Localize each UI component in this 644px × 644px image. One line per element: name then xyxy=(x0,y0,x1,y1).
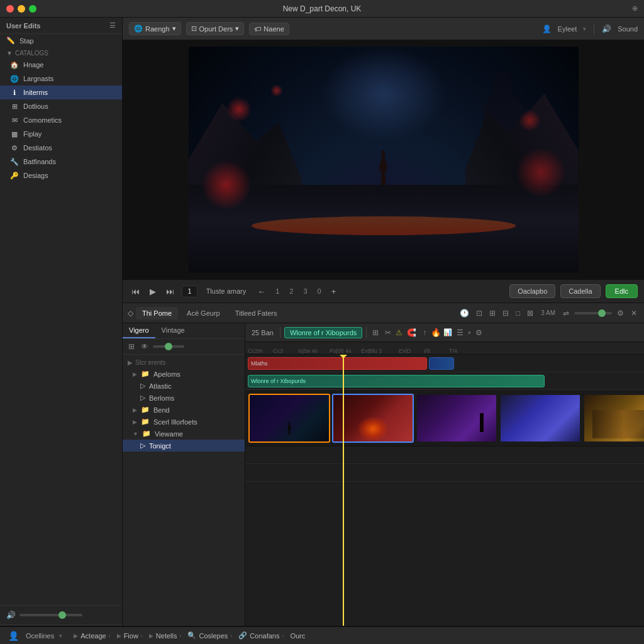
tl-menu-icon[interactable]: ☰ xyxy=(455,327,465,338)
name-button[interactable]: 🏷 Naene xyxy=(249,23,289,35)
panel-item-atlastic[interactable]: ▷ Atlastic xyxy=(123,380,245,392)
track-row-1: Mlaths xyxy=(245,355,644,372)
bs-item-fiow[interactable]: ▶ Fiow › xyxy=(117,632,143,640)
close2-icon[interactable]: ✕ xyxy=(629,308,639,319)
minimize-btn[interactable] xyxy=(18,5,25,13)
tab-ace-geurp[interactable]: Acé Geurp xyxy=(180,307,226,319)
bs-item-netells[interactable]: ▶ Netells › xyxy=(149,632,182,640)
counter-1: 1 xyxy=(273,287,282,295)
sidebar-item-stap[interactable]: ✏️ Stap xyxy=(0,34,122,47)
play-btn[interactable]: ▶ xyxy=(147,286,158,297)
arrow-left-btn[interactable]: ← xyxy=(255,286,268,297)
bs-chevron: ▾ xyxy=(59,633,62,639)
top-toolbar: 🌐 Raengh ▾ ⊡ Opurt Ders ▾ 🏷 Naene 👤 Eyle… xyxy=(123,18,644,40)
plus-btn[interactable]: + xyxy=(329,286,339,297)
clip-mlaths[interactable]: Mlaths xyxy=(248,357,427,370)
volume-slider[interactable] xyxy=(19,614,82,616)
sidebar-item-hnage[interactable]: 🏠 Hnage xyxy=(0,58,122,72)
clip-blue1[interactable] xyxy=(429,357,454,370)
panel-section-events: ▶ Stcr erents xyxy=(123,357,245,368)
panel-tab-vintage[interactable]: Vintage xyxy=(155,323,191,338)
layout-icon: ▦ xyxy=(10,130,19,138)
bs-icon1[interactable]: 👤 xyxy=(6,630,21,642)
expand-icon-scerl: ▶ xyxy=(133,419,137,425)
tab-icon1[interactable]: □ xyxy=(514,308,522,319)
tl-settings-icon[interactable]: ⚙ xyxy=(474,327,484,338)
thumbnail-4[interactable] xyxy=(499,394,581,443)
range-button[interactable]: 🌐 Raengh ▾ xyxy=(129,22,181,35)
tl-magnet-icon[interactable]: 🧲 xyxy=(405,327,418,338)
sidebar-item-destiatos[interactable]: ⚙ Destiatos xyxy=(0,141,122,155)
collapse-button[interactable]: Oaclapbo xyxy=(509,284,555,298)
sidebar-item-dotlious[interactable]: ⊞ Dotlious xyxy=(0,99,122,113)
timeline-ruler: Cc2In Cc3 Is|5e 4n Ps|00 4s Ev|Blu 3 Ev|… xyxy=(245,342,644,355)
timecode-display[interactable]: 1 xyxy=(182,286,197,297)
settings2-icon[interactable]: ⚙ xyxy=(615,308,626,319)
tl-grid-icon[interactable]: ⊞ xyxy=(370,327,380,338)
panel-content: ▶ Stcr erents ▶ 📁 Apeloms ▷ Atlastic xyxy=(123,355,245,626)
sidebar-item-initerms[interactable]: ℹ Initerms xyxy=(0,86,122,99)
zoom-slider[interactable] xyxy=(574,312,612,314)
thumbnail-1[interactable] xyxy=(248,394,330,443)
maximize-btn[interactable] xyxy=(29,5,36,13)
thumbnail-2[interactable] xyxy=(332,394,414,443)
close-btn[interactable] xyxy=(6,5,14,13)
thumbnail-5[interactable] xyxy=(583,394,644,443)
tab-titleed-faters[interactable]: Titleed Faters xyxy=(229,307,284,319)
panel-item-berloms[interactable]: ▷ Berloms xyxy=(123,392,245,404)
timeline-area: 25 Ban Wlonre of r Xibopurds ⊞ ✂ ⚠ 🧲 ↑ 🔥… xyxy=(245,323,644,626)
bs-item-conafans[interactable]: 🔗 Conafans › xyxy=(238,631,284,640)
edlc-button[interactable]: Edlc xyxy=(606,284,638,298)
panel-eye-icon[interactable]: 👁 xyxy=(139,341,150,352)
bs-arrow-right-coslepes: › xyxy=(230,633,232,639)
bs-item-coslepes[interactable]: 🔍 Coslepes › xyxy=(187,631,232,640)
folder-icon3: 📁 xyxy=(141,418,150,426)
panel-slider[interactable] xyxy=(153,345,184,348)
tabs-bar: ◇ Thi Pome Acé Geurp Titleed Faters 🕐 ⊡ … xyxy=(123,303,644,323)
playhead[interactable] xyxy=(343,355,344,626)
sidebar-item-fiplay[interactable]: ▦ Fiplay xyxy=(0,127,122,141)
sidebar-item-desiags[interactable]: 🔑 Desiags xyxy=(0,169,122,182)
tab-thi-pome[interactable]: Thi Pome xyxy=(136,307,178,319)
bs-item-acteage[interactable]: ▶ Acteage › xyxy=(74,632,110,640)
panel-item-viewame[interactable]: ▼ 📁 Viewame xyxy=(123,428,245,440)
tl-cut-icon[interactable]: ✂ xyxy=(383,327,393,338)
diamond-icon: ◇ xyxy=(128,309,133,318)
output-button[interactable]: ⊡ Opurt Ders ▾ xyxy=(186,22,245,35)
panel-item-bend[interactable]: ▶ 📁 Bend xyxy=(123,404,245,416)
tab-icon2[interactable]: ⊠ xyxy=(525,308,535,319)
split-icon[interactable]: ⇌ xyxy=(561,308,571,319)
sidebar-menu-icon[interactable]: ☰ xyxy=(109,21,116,30)
ruler-mark-1: Cc2In xyxy=(248,348,273,354)
grid2-icon[interactable]: ⊞ xyxy=(487,308,497,319)
bs-item-ourc[interactable]: Ourc xyxy=(290,632,305,640)
panel-grid-icon[interactable]: ⊞ xyxy=(126,341,136,352)
prev-btn[interactable]: ⏮ xyxy=(129,286,142,297)
bs-expand-netells: ▶ xyxy=(149,633,153,639)
layers-icon[interactable]: ⊟ xyxy=(501,308,511,319)
sidebar-header: User Edits ☰ xyxy=(0,18,122,34)
user-icon: 👤 xyxy=(542,25,552,33)
panel-split: Vigero Vintage ⊞ 👁 ▶ Stcr erents xyxy=(123,323,644,626)
crop-icon[interactable]: ⊡ xyxy=(474,308,484,319)
next-btn[interactable]: ⏭ xyxy=(164,286,177,297)
tl-chart-icon: 📊 xyxy=(443,328,452,336)
panel-item-tonigct[interactable]: ▷ Tonigct xyxy=(123,440,245,452)
tl-arrow-icon[interactable]: ↑ xyxy=(421,327,428,338)
panel-tab-video[interactable]: Vigero xyxy=(123,323,155,338)
sidebar-item-comometics[interactable]: ✉ Comometics xyxy=(0,113,122,127)
user-label: Eyleet xyxy=(558,25,577,33)
panel-item-scerl[interactable]: ▶ 📁 Scerl Illorfoets xyxy=(123,416,245,428)
ruler-mark-2: Cc3 xyxy=(273,348,298,354)
panel-item-apeloms[interactable]: ▶ 📁 Apeloms xyxy=(123,368,245,380)
clock-icon[interactable]: 🕐 xyxy=(458,308,471,319)
thumbnail-3[interactable] xyxy=(416,394,497,443)
sidebar-item-largnasts[interactable]: 🌐 Largnasts xyxy=(0,72,122,86)
sound-label: Sound xyxy=(618,25,638,33)
sidebar-item-batfinands[interactable]: 🔧 Batfinands xyxy=(0,155,122,169)
cadella-button[interactable]: Cadella xyxy=(560,284,600,298)
edit-icon: ✏️ xyxy=(6,36,15,45)
preview-video xyxy=(189,47,579,273)
clip-teal1[interactable]: Wlonre of r Xibopurds xyxy=(248,375,545,387)
content-area: 🌐 Raengh ▾ ⊡ Opurt Ders ▾ 🏷 Naene 👤 Eyle… xyxy=(123,18,644,644)
